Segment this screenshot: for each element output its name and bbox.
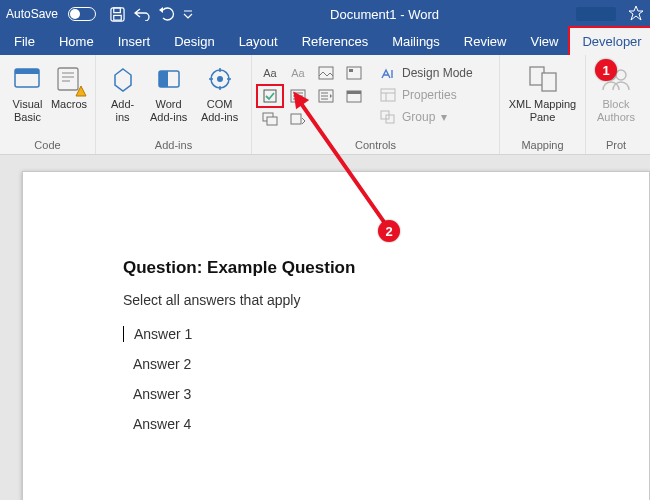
svg-rect-1 bbox=[114, 7, 121, 12]
macros-button[interactable]: Macros bbox=[49, 59, 89, 115]
undo-icon[interactable] bbox=[133, 7, 151, 21]
redo-icon[interactable] bbox=[159, 7, 175, 21]
svg-rect-25 bbox=[542, 73, 556, 91]
svg-rect-17 bbox=[347, 91, 361, 94]
visual-basic-icon bbox=[11, 63, 43, 95]
checkbox-control-icon[interactable] bbox=[258, 86, 282, 106]
chevron-down-icon: ▾ bbox=[441, 110, 447, 124]
dropdown-control-icon[interactable] bbox=[314, 86, 338, 106]
group-protect-label: Prot bbox=[592, 137, 640, 154]
answer-item[interactable]: Answer 4 bbox=[123, 416, 649, 432]
document-title: Document1 - Word bbox=[193, 7, 576, 22]
tab-view[interactable]: View bbox=[518, 28, 570, 55]
svg-point-27 bbox=[616, 70, 626, 80]
svg-rect-4 bbox=[15, 69, 39, 74]
save-icon[interactable] bbox=[110, 7, 125, 22]
word-addins-icon bbox=[153, 63, 185, 95]
word-addins-label: Word Add-ins bbox=[150, 98, 187, 123]
xml-mapping-label: XML Mapping Pane bbox=[509, 98, 576, 123]
tab-developer[interactable]: Developer bbox=[570, 28, 650, 55]
document-page[interactable]: Question: Example Question Select all an… bbox=[22, 171, 650, 500]
word-addins-button[interactable]: Word Add-ins bbox=[143, 59, 194, 127]
tab-home[interactable]: Home bbox=[47, 28, 106, 55]
svg-rect-12 bbox=[349, 69, 353, 72]
tab-references[interactable]: References bbox=[290, 28, 380, 55]
answer-item[interactable]: Answer 2 bbox=[123, 356, 649, 372]
tab-file[interactable]: File bbox=[2, 28, 47, 55]
addins-icon bbox=[107, 63, 139, 95]
svg-point-9 bbox=[217, 76, 223, 82]
macros-label: Macros bbox=[51, 98, 87, 111]
callout-badge-2: 2 bbox=[378, 220, 400, 242]
ribbon-tabs: File Home Insert Design Layout Reference… bbox=[0, 28, 650, 55]
callout-badge-1: 1 bbox=[595, 59, 617, 81]
answer-list: Answer 1 Answer 2 Answer 3 Answer 4 bbox=[123, 326, 649, 432]
tab-mailings[interactable]: Mailings bbox=[380, 28, 452, 55]
macros-icon bbox=[53, 63, 85, 95]
tab-design[interactable]: Design bbox=[162, 28, 226, 55]
tab-review[interactable]: Review bbox=[452, 28, 519, 55]
design-mode-icon bbox=[380, 66, 396, 80]
design-mode-label: Design Mode bbox=[402, 66, 473, 80]
com-addins-icon bbox=[204, 63, 236, 95]
qat-dropdown-icon[interactable] bbox=[183, 9, 193, 19]
answer-item[interactable]: Answer 3 bbox=[123, 386, 649, 402]
block-authors-label: Block Authors bbox=[597, 98, 635, 123]
tab-layout[interactable]: Layout bbox=[227, 28, 290, 55]
toggle-off-icon bbox=[68, 7, 96, 21]
question-heading[interactable]: Question: Example Question bbox=[123, 258, 649, 278]
plain-text-control-icon[interactable]: Aa bbox=[286, 63, 310, 83]
addins-button[interactable]: Add- ins bbox=[102, 59, 143, 127]
xml-mapping-button[interactable]: XML Mapping Pane bbox=[506, 59, 579, 127]
svg-rect-21 bbox=[381, 89, 395, 101]
answer-item[interactable]: Answer 1 bbox=[123, 326, 649, 342]
svg-rect-2 bbox=[114, 15, 122, 20]
group-code: Visual Basic Macros Code bbox=[0, 55, 96, 154]
properties-button[interactable]: Properties bbox=[380, 85, 473, 105]
group-addins-label: Add-ins bbox=[102, 137, 245, 154]
group-mapping-label: Mapping bbox=[506, 137, 579, 154]
visual-basic-label: Visual Basic bbox=[8, 98, 47, 123]
tab-insert[interactable]: Insert bbox=[106, 28, 163, 55]
group-controls-label: Controls bbox=[258, 137, 493, 154]
svg-rect-7 bbox=[159, 71, 168, 87]
design-mode-button[interactable]: Design Mode bbox=[380, 63, 473, 83]
document-canvas[interactable]: Question: Example Question Select all an… bbox=[0, 155, 650, 500]
picture-control-icon[interactable] bbox=[314, 63, 338, 83]
repeating-section-control-icon[interactable] bbox=[258, 109, 282, 129]
rich-text-control-icon[interactable]: Aa bbox=[258, 63, 282, 83]
user-indicator[interactable] bbox=[576, 7, 616, 21]
svg-rect-20 bbox=[291, 114, 301, 124]
coming-soon-icon[interactable] bbox=[628, 5, 644, 24]
question-subtext[interactable]: Select all answers that apply bbox=[123, 292, 649, 308]
com-addins-button[interactable]: COM Add-ins bbox=[194, 59, 245, 127]
group-button[interactable]: Group ▾ bbox=[380, 107, 473, 127]
date-picker-control-icon[interactable] bbox=[342, 86, 366, 106]
group-btn-label: Group bbox=[402, 110, 435, 124]
properties-icon bbox=[380, 88, 396, 102]
group-mapping: XML Mapping Pane Mapping bbox=[500, 55, 586, 154]
svg-rect-19 bbox=[267, 117, 277, 125]
visual-basic-button[interactable]: Visual Basic bbox=[6, 59, 49, 127]
autosave-toggle[interactable]: AutoSave bbox=[6, 7, 102, 21]
group-code-label: Code bbox=[6, 137, 89, 154]
xml-mapping-icon bbox=[527, 63, 559, 95]
svg-rect-0 bbox=[111, 7, 124, 20]
svg-rect-11 bbox=[347, 67, 361, 79]
addins-label: Add- ins bbox=[111, 98, 134, 123]
group-controls: Aa Aa Design Mode Properties bbox=[252, 55, 500, 154]
properties-label: Properties bbox=[402, 88, 457, 102]
svg-rect-13 bbox=[264, 90, 276, 102]
title-bar: AutoSave Document1 - Word bbox=[0, 0, 650, 28]
quick-access-toolbar bbox=[110, 7, 193, 22]
svg-rect-10 bbox=[319, 67, 333, 79]
group-icon bbox=[380, 110, 396, 124]
autosave-label: AutoSave bbox=[6, 7, 58, 21]
com-addins-label: COM Add-ins bbox=[201, 98, 238, 123]
building-block-control-icon[interactable] bbox=[342, 63, 366, 83]
group-addins: Add- ins Word Add-ins COM Add-ins Add-in… bbox=[96, 55, 252, 154]
